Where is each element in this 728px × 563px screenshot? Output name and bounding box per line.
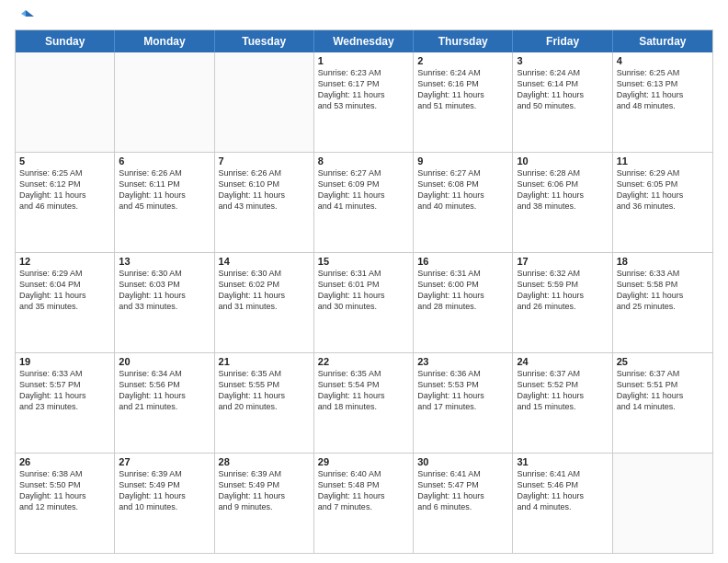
calendar-cell-22: 22Sunrise: 6:35 AM Sunset: 5:54 PM Dayli… (314, 353, 414, 453)
calendar-row-2: 12Sunrise: 6:29 AM Sunset: 6:04 PM Dayli… (16, 252, 712, 352)
day-number: 24 (517, 356, 608, 367)
calendar-cell-23: 23Sunrise: 6:36 AM Sunset: 5:53 PM Dayli… (414, 353, 513, 453)
header (15, 9, 713, 24)
day-number: 25 (617, 356, 709, 367)
logo-icon (16, 7, 36, 28)
calendar-header: SundayMondayTuesdayWednesdayThursdayFrid… (16, 30, 712, 52)
page: SundayMondayTuesdayWednesdayThursdayFrid… (0, 0, 728, 563)
calendar-cell-25: 25Sunrise: 6:37 AM Sunset: 5:51 PM Dayli… (613, 353, 712, 453)
day-number: 5 (19, 155, 110, 167)
calendar-cell-11: 11Sunrise: 6:29 AM Sunset: 6:05 PM Dayli… (613, 153, 712, 252)
day-info: Sunrise: 6:39 AM Sunset: 5:49 PM Dayligh… (119, 468, 210, 513)
day-number: 9 (417, 155, 508, 167)
calendar-cell-15: 15Sunrise: 6:31 AM Sunset: 6:01 PM Dayli… (314, 253, 414, 352)
calendar-cell-31: 31Sunrise: 6:41 AM Sunset: 5:46 PM Dayli… (513, 454, 612, 553)
calendar-cell-29: 29Sunrise: 6:40 AM Sunset: 5:48 PM Dayli… (314, 454, 414, 553)
day-number: 23 (417, 356, 508, 367)
day-info: Sunrise: 6:26 AM Sunset: 6:10 PM Dayligh… (219, 167, 310, 213)
day-info: Sunrise: 6:33 AM Sunset: 5:57 PM Dayligh… (19, 368, 110, 413)
calendar-cell-1: 1Sunrise: 6:23 AM Sunset: 6:17 PM Daylig… (314, 52, 414, 152)
day-info: Sunrise: 6:25 AM Sunset: 6:12 PM Dayligh… (19, 167, 110, 213)
day-info: Sunrise: 6:23 AM Sunset: 6:17 PM Dayligh… (318, 67, 409, 112)
svg-marker-1 (21, 10, 26, 17)
calendar-cell-14: 14Sunrise: 6:30 AM Sunset: 6:02 PM Dayli… (215, 253, 314, 352)
calendar-cell-19: 19Sunrise: 6:33 AM Sunset: 5:57 PM Dayli… (16, 353, 115, 453)
calendar-cell-21: 21Sunrise: 6:35 AM Sunset: 5:55 PM Dayli… (215, 353, 314, 453)
day-number: 3 (517, 55, 608, 66)
day-info: Sunrise: 6:41 AM Sunset: 5:47 PM Dayligh… (417, 468, 508, 513)
calendar-cell-empty-0-1 (115, 52, 214, 152)
calendar-row-3: 19Sunrise: 6:33 AM Sunset: 5:57 PM Dayli… (16, 352, 712, 453)
day-of-week-sunday: Sunday (16, 30, 115, 52)
day-number: 28 (219, 456, 310, 467)
day-info: Sunrise: 6:32 AM Sunset: 5:59 PM Dayligh… (517, 268, 608, 313)
day-info: Sunrise: 6:29 AM Sunset: 6:04 PM Dayligh… (19, 268, 110, 313)
logo (15, 9, 36, 24)
day-number: 1 (318, 55, 409, 66)
day-number: 2 (417, 55, 508, 66)
day-number: 15 (318, 256, 409, 267)
day-of-week-tuesday: Tuesday (215, 30, 314, 52)
calendar-cell-10: 10Sunrise: 6:28 AM Sunset: 6:06 PM Dayli… (513, 153, 612, 252)
calendar-cell-27: 27Sunrise: 6:39 AM Sunset: 5:49 PM Dayli… (115, 454, 214, 553)
day-info: Sunrise: 6:31 AM Sunset: 6:00 PM Dayligh… (417, 268, 508, 313)
day-number: 6 (119, 155, 210, 167)
day-number: 21 (219, 356, 310, 367)
day-info: Sunrise: 6:27 AM Sunset: 6:08 PM Dayligh… (417, 167, 508, 213)
calendar-row-0: 1Sunrise: 6:23 AM Sunset: 6:17 PM Daylig… (16, 52, 712, 152)
day-of-week-saturday: Saturday (613, 30, 712, 52)
calendar-cell-12: 12Sunrise: 6:29 AM Sunset: 6:04 PM Dayli… (16, 253, 115, 352)
calendar-cell-2: 2Sunrise: 6:24 AM Sunset: 6:16 PM Daylig… (414, 52, 513, 152)
day-info: Sunrise: 6:24 AM Sunset: 6:14 PM Dayligh… (517, 67, 608, 112)
calendar-cell-13: 13Sunrise: 6:30 AM Sunset: 6:03 PM Dayli… (115, 253, 214, 352)
day-info: Sunrise: 6:35 AM Sunset: 5:55 PM Dayligh… (219, 368, 310, 413)
day-info: Sunrise: 6:40 AM Sunset: 5:48 PM Dayligh… (318, 468, 409, 513)
calendar-cell-24: 24Sunrise: 6:37 AM Sunset: 5:52 PM Dayli… (513, 353, 612, 453)
day-info: Sunrise: 6:33 AM Sunset: 5:58 PM Dayligh… (617, 268, 709, 313)
calendar-cell-28: 28Sunrise: 6:39 AM Sunset: 5:49 PM Dayli… (215, 454, 314, 553)
day-info: Sunrise: 6:37 AM Sunset: 5:51 PM Dayligh… (617, 368, 709, 413)
day-number: 27 (119, 456, 210, 467)
day-number: 19 (19, 356, 110, 367)
day-number: 17 (517, 256, 608, 267)
day-number: 4 (617, 55, 709, 66)
day-of-week-friday: Friday (513, 30, 612, 52)
calendar-cell-3: 3Sunrise: 6:24 AM Sunset: 6:14 PM Daylig… (513, 52, 612, 152)
calendar-cell-30: 30Sunrise: 6:41 AM Sunset: 5:47 PM Dayli… (414, 454, 513, 553)
day-number: 31 (517, 456, 608, 467)
day-info: Sunrise: 6:38 AM Sunset: 5:50 PM Dayligh… (19, 468, 110, 513)
calendar-cell-6: 6Sunrise: 6:26 AM Sunset: 6:11 PM Daylig… (115, 153, 214, 252)
day-number: 12 (19, 256, 110, 267)
calendar-cell-26: 26Sunrise: 6:38 AM Sunset: 5:50 PM Dayli… (16, 454, 115, 553)
day-info: Sunrise: 6:25 AM Sunset: 6:13 PM Dayligh… (617, 67, 709, 112)
day-number: 29 (318, 456, 409, 467)
svg-marker-0 (26, 10, 34, 17)
calendar-cell-empty-4-6 (613, 454, 712, 553)
day-number: 11 (617, 155, 709, 167)
calendar-body: 1Sunrise: 6:23 AM Sunset: 6:17 PM Daylig… (16, 52, 712, 553)
calendar-cell-4: 4Sunrise: 6:25 AM Sunset: 6:13 PM Daylig… (613, 52, 712, 152)
calendar-cell-5: 5Sunrise: 6:25 AM Sunset: 6:12 PM Daylig… (16, 153, 115, 252)
day-number: 20 (119, 356, 210, 367)
calendar-cell-9: 9Sunrise: 6:27 AM Sunset: 6:08 PM Daylig… (414, 153, 513, 252)
day-info: Sunrise: 6:34 AM Sunset: 5:56 PM Dayligh… (119, 368, 210, 413)
day-info: Sunrise: 6:35 AM Sunset: 5:54 PM Dayligh… (318, 368, 409, 413)
calendar-row-1: 5Sunrise: 6:25 AM Sunset: 6:12 PM Daylig… (16, 152, 712, 252)
calendar-cell-20: 20Sunrise: 6:34 AM Sunset: 5:56 PM Dayli… (115, 353, 214, 453)
day-info: Sunrise: 6:39 AM Sunset: 5:49 PM Dayligh… (219, 468, 310, 513)
calendar-cell-16: 16Sunrise: 6:31 AM Sunset: 6:00 PM Dayli… (414, 253, 513, 352)
calendar-cell-7: 7Sunrise: 6:26 AM Sunset: 6:10 PM Daylig… (215, 153, 314, 252)
day-number: 26 (19, 456, 110, 467)
day-info: Sunrise: 6:27 AM Sunset: 6:09 PM Dayligh… (318, 167, 409, 213)
calendar: SundayMondayTuesdayWednesdayThursdayFrid… (15, 29, 713, 554)
day-of-week-monday: Monday (115, 30, 214, 52)
day-number: 8 (318, 155, 409, 167)
calendar-row-4: 26Sunrise: 6:38 AM Sunset: 5:50 PM Dayli… (16, 453, 712, 553)
day-info: Sunrise: 6:24 AM Sunset: 6:16 PM Dayligh… (417, 67, 508, 112)
day-info: Sunrise: 6:30 AM Sunset: 6:03 PM Dayligh… (119, 268, 210, 313)
day-number: 30 (417, 456, 508, 467)
day-number: 10 (517, 155, 608, 167)
calendar-cell-empty-0-0 (16, 52, 115, 152)
day-number: 7 (219, 155, 310, 167)
day-info: Sunrise: 6:30 AM Sunset: 6:02 PM Dayligh… (219, 268, 310, 313)
